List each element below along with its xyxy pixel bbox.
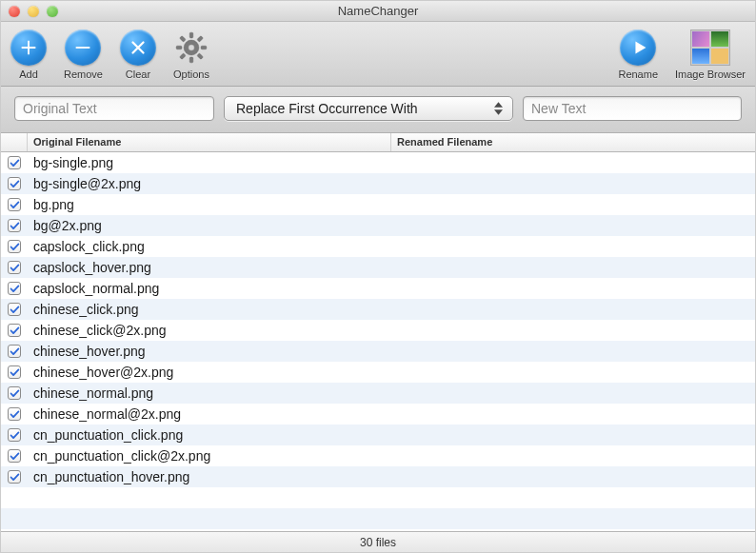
original-filename: chinese_hover@2x.png <box>28 365 391 380</box>
table-row[interactable]: chinese_hover.png <box>1 341 755 362</box>
checkbox-icon[interactable] <box>8 428 21 442</box>
rename-button[interactable]: Rename <box>618 30 658 80</box>
image-browser-button[interactable]: Image Browser <box>675 30 746 80</box>
table-row[interactable]: capslock_normal.png <box>1 278 755 299</box>
svg-rect-6 <box>197 36 204 43</box>
svg-rect-3 <box>189 57 193 63</box>
svg-rect-0 <box>76 47 90 49</box>
original-filename: chinese_normal.png <box>28 385 391 401</box>
table-body[interactable]: bg-single.pngbg-single@2x.pngbg.pngbg@2x… <box>1 152 755 531</box>
status-bar: 30 files <box>1 531 755 552</box>
col-check[interactable] <box>1 133 28 151</box>
table-row[interactable]: chinese_hover@2x.png <box>1 362 755 383</box>
checkbox-icon[interactable] <box>8 198 21 211</box>
window-titlebar: NameChanger <box>1 1 755 22</box>
table-row[interactable]: cn_punctuation_click@2x.png <box>1 445 755 466</box>
svg-rect-4 <box>176 46 182 49</box>
add-button[interactable]: Add <box>10 30 47 80</box>
table-row[interactable]: chinese_click.png <box>1 299 755 320</box>
play-icon <box>620 30 656 66</box>
clear-label: Clear <box>126 69 150 80</box>
original-filename: chinese_hover.png <box>28 344 391 359</box>
checkbox-icon[interactable] <box>8 282 21 295</box>
checkbox-icon[interactable] <box>8 324 21 337</box>
checkbox-icon[interactable] <box>8 156 21 169</box>
image-browser-label: Image Browser <box>675 69 746 80</box>
new-text-input[interactable] <box>523 96 742 121</box>
original-filename: capslock_hover.png <box>28 260 391 275</box>
svg-rect-5 <box>201 46 207 49</box>
svg-point-10 <box>189 45 194 50</box>
original-filename: cn_punctuation_hover.png <box>28 469 391 484</box>
table-row[interactable]: chinese_click@2x.png <box>1 320 755 341</box>
options-label: Options <box>173 69 209 80</box>
checkbox-icon[interactable] <box>8 407 21 421</box>
col-renamed[interactable]: Renamed Filename <box>391 133 755 151</box>
table-header: Original Filename Renamed Filename <box>1 133 755 152</box>
table-row[interactable]: capslock_hover.png <box>1 257 755 278</box>
svg-rect-9 <box>197 53 204 60</box>
table-row[interactable]: bg-single.png <box>1 152 755 173</box>
table-row-empty <box>1 487 755 508</box>
window-title: NameChanger <box>1 4 755 18</box>
image-grid-icon <box>690 30 730 66</box>
checkbox-icon[interactable] <box>8 219 21 232</box>
original-filename: bg@2x.png <box>28 218 391 233</box>
remove-button[interactable]: Remove <box>64 30 103 80</box>
svg-rect-7 <box>179 53 186 60</box>
table-row[interactable]: chinese_normal@2x.png <box>1 404 755 425</box>
gear-icon <box>173 30 209 66</box>
plus-icon <box>10 30 47 66</box>
minus-icon <box>65 30 101 66</box>
original-filename: capslock_click.png <box>28 239 391 254</box>
checkbox-icon[interactable] <box>8 386 21 400</box>
original-filename: chinese_click.png <box>28 302 391 317</box>
checkbox-icon[interactable] <box>8 261 21 274</box>
checkbox-icon[interactable] <box>8 303 21 316</box>
toolbar: Add Remove Clear <box>1 22 755 87</box>
original-filename: bg-single@2x.png <box>28 176 391 191</box>
original-filename: cn_punctuation_click.png <box>28 427 391 443</box>
table-row[interactable]: bg@2x.png <box>1 215 755 236</box>
original-filename: capslock_normal.png <box>28 281 391 296</box>
original-text-input[interactable] <box>14 96 214 121</box>
svg-rect-2 <box>189 32 193 38</box>
table-row-empty <box>1 508 755 529</box>
original-filename: chinese_click@2x.png <box>28 323 391 338</box>
clear-button[interactable]: Clear <box>120 30 156 80</box>
file-table: Original Filename Renamed Filename bg-si… <box>1 133 755 531</box>
svg-rect-8 <box>179 36 186 43</box>
x-icon <box>120 30 156 66</box>
remove-label: Remove <box>64 69 103 80</box>
status-text: 30 files <box>360 536 396 549</box>
checkbox-icon[interactable] <box>8 470 21 484</box>
table-row[interactable]: cn_punctuation_hover.png <box>1 466 755 487</box>
controls-row: Replace First Occurrence With <box>1 87 755 133</box>
rename-label: Rename <box>618 69 658 80</box>
table-row[interactable]: cn_punctuation_click.png <box>1 425 755 445</box>
options-button[interactable]: Options <box>173 30 209 80</box>
add-label: Add <box>19 69 38 80</box>
checkbox-icon[interactable] <box>8 449 21 463</box>
checkbox-icon[interactable] <box>8 345 21 358</box>
table-row[interactable]: chinese_normal.png <box>1 383 755 404</box>
original-filename: bg-single.png <box>28 155 391 170</box>
col-original[interactable]: Original Filename <box>28 133 391 151</box>
checkbox-icon[interactable] <box>8 365 21 379</box>
operation-value: Replace First Occurrence With <box>236 101 418 116</box>
checkbox-icon[interactable] <box>8 177 21 190</box>
checkbox-icon[interactable] <box>8 240 21 253</box>
updown-icon <box>494 102 503 115</box>
table-row[interactable]: capslock_click.png <box>1 236 755 257</box>
original-filename: cn_punctuation_click@2x.png <box>28 448 391 464</box>
original-filename: chinese_normal@2x.png <box>28 406 391 422</box>
table-row[interactable]: bg.png <box>1 194 755 215</box>
table-row[interactable]: bg-single@2x.png <box>1 173 755 194</box>
original-filename: bg.png <box>28 197 391 212</box>
operation-select[interactable]: Replace First Occurrence With <box>224 96 513 121</box>
